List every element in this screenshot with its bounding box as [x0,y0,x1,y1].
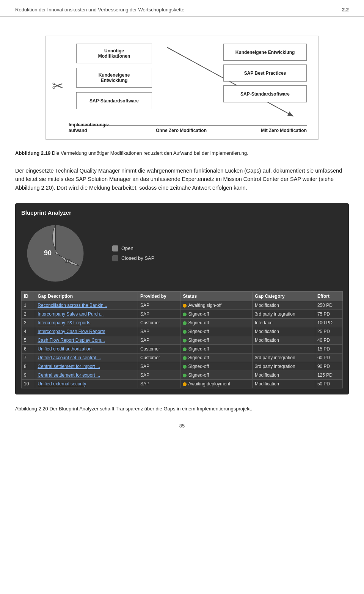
x-label-left: Ohne Zero Modification [156,128,207,133]
cell-provider: SAP [138,301,180,310]
table-row: 4 Intercompany Cash Flow Reports SAP Sig… [22,327,343,336]
cell-desc[interactable]: Unified external security [35,380,138,388]
figure2-label: Abbildung 2.20 [15,406,48,412]
table-row: 2 Intercompany Sales and Purch... SAP Si… [22,310,343,319]
table-row: 5 Cash Flow Report Display Com... SAP Si… [22,336,343,345]
cell-id: 9 [22,371,35,380]
table-header-row: ID Gap Description Provided by Status Ga… [22,292,343,301]
header-section: 2.2 [342,7,349,13]
cell-effort: 40 PD [315,336,342,345]
cell-provider: SAP [138,362,180,371]
table-row: 9 Central settlement for export ... SAP … [22,371,343,380]
scissors-icon: ✂ [52,78,63,94]
col-effort: Effort [315,292,342,301]
figure2-caption: Abbildung 2.20 Der Blueprint Analyzer sc… [0,402,364,415]
cell-status: Awaiting sign-off [180,301,252,310]
table-row: 8 Central settlement for import ... SAP … [22,362,343,371]
cell-desc[interactable]: Intercompany P&L reports [35,319,138,327]
cell-provider: SAP [138,371,180,380]
gap-table: ID Gap Description Provided by Status Ga… [21,291,343,388]
cell-provider: Customer [138,345,180,354]
figure2-text: Der Blueprint Analyzer schafft Transpare… [49,406,252,412]
table-row: 3 Intercompany P&L reports Customer Sign… [22,319,343,327]
cell-status: Signed-off [180,371,252,380]
cell-category: 3rd party integration [252,310,315,319]
cell-category: Modification [252,371,315,380]
legend-label-open: Open [121,245,133,251]
cell-provider: Customer [138,319,180,327]
cell-effort: 50 PD [315,380,342,388]
cell-desc[interactable]: Central settlement for export ... [35,371,138,380]
table-row: 7 Unified account set in central ... Cus… [22,354,343,362]
col-id: ID [22,292,35,301]
chart-area: 90 10 Open Closed by SAP [21,221,343,285]
cell-desc[interactable]: Unified account set in central ... [35,354,138,362]
cell-effort: 60 PD [315,354,342,362]
cell-effort: 125 PD [315,371,342,380]
cell-effort: 250 PD [315,301,342,310]
block-mid-left: Kundeneigene Entwicklung [76,68,152,88]
pie-chart: 90 10 [21,221,97,285]
legend-item-open: Open [112,245,154,251]
cell-provider: SAP [138,336,180,345]
col-status: Status [180,292,252,301]
cell-desc[interactable]: Cash Flow Report Display Com... [35,336,138,345]
cell-id: 10 [22,380,35,388]
cell-id: 1 [22,301,35,310]
table-row: 10 Unified external security SAP Awaitin… [22,380,343,388]
cell-desc[interactable]: Central settlement for import ... [35,362,138,371]
cell-category: 3rd party integration [252,354,315,362]
cell-status: Signed-off [180,319,252,327]
cell-category [252,345,315,354]
col-desc: Gap Description [35,292,138,301]
header-title: Reduktion der Innovationskosten und Verb… [15,7,184,13]
cell-id: 4 [22,327,35,336]
cell-desc[interactable]: Intercompany Sales and Purch... [35,310,138,319]
block-mid-right: SAP Best Practices [223,64,307,82]
legend: Open Closed by SAP [112,245,154,261]
figure1-caption: Abbildung 2.19 Die Vermeidung unnötiger … [0,147,364,163]
cell-desc[interactable]: Intercompany Cash Flow Reports [35,327,138,336]
cell-id: 5 [22,336,35,345]
body-text: Der eingesetzte Technical Quality Manage… [0,163,364,200]
cell-id: 2 [22,310,35,319]
block-top-right: Kundeneigene Entwicklung [223,44,307,61]
cell-id: 8 [22,362,35,371]
cell-desc[interactable]: Unified credit authorization [35,345,138,354]
cell-provider: SAP [138,310,180,319]
cell-effort: 100 PD [315,319,342,327]
legend-item-closed: Closed by SAP [112,255,154,261]
cell-category: Interface [252,319,315,327]
block-bottom-left: SAP-Standardsoftware [76,92,152,109]
cell-effort: 25 PD [315,327,342,336]
legend-dot-open [112,245,118,251]
cell-status: Signed-off [180,336,252,345]
cell-status: Signed-off [180,327,252,336]
cell-provider: SAP [138,380,180,388]
cell-desc[interactable]: Reconciliation across the Bankin... [35,301,138,310]
svg-text:10: 10 [65,258,71,264]
figure1-text: Die Vermeidung unnötiger Modifikationen … [52,150,248,156]
block-top-left: Unnötige Modifikationen [76,44,152,63]
page-header: Reduktion der Innovationskosten und Verb… [0,0,364,17]
cell-effort: 90 PD [315,362,342,371]
table-row: 6 Unified credit authorization Customer … [22,345,343,354]
cell-status: Signed-off [180,354,252,362]
cell-category: 3rd party integration [252,362,315,371]
cell-id: 3 [22,319,35,327]
cell-effort: 75 PD [315,310,342,319]
cell-effort: 15 PD [315,345,342,354]
table-row: 1 Reconciliation across the Bankin... SA… [22,301,343,310]
cell-provider: SAP [138,327,180,336]
svg-text:90: 90 [44,249,52,257]
cell-id: 6 [22,345,35,354]
x-label-right: Mit Zero Modification [261,128,307,133]
blueprint-section: Blueprint Analyzer 90 10 [0,200,364,402]
cell-category: Modification [252,327,315,336]
cell-status: Signed-off [180,310,252,319]
cell-category: Modification [252,336,315,345]
blueprint-title: Blueprint Analyzer [21,209,343,216]
cell-status: Signed-off [180,362,252,371]
cell-provider: Customer [138,354,180,362]
y-axis-label: Implementierungs- aufwand [69,122,109,134]
